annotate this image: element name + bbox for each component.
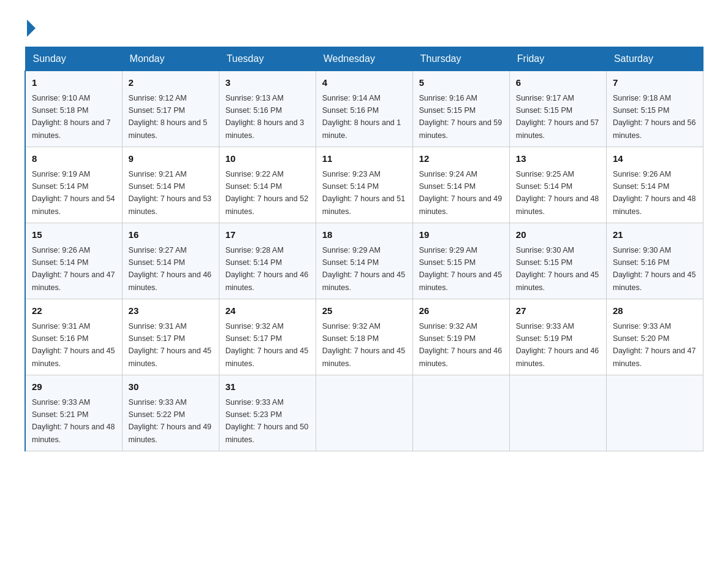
day-number: 4 <box>322 76 406 90</box>
logo <box>25 18 36 34</box>
day-info: Sunrise: 9:13 AMSunset: 5:16 PMDaylight:… <box>226 94 305 140</box>
header-monday: Monday <box>122 47 219 71</box>
day-info: Sunrise: 9:26 AMSunset: 5:14 PMDaylight:… <box>613 170 696 216</box>
day-number: 18 <box>322 228 406 242</box>
day-info: Sunrise: 9:17 AMSunset: 5:15 PMDaylight:… <box>516 94 599 140</box>
calendar-cell: 29 Sunrise: 9:33 AMSunset: 5:21 PMDaylig… <box>25 375 122 451</box>
calendar-cell: 14 Sunrise: 9:26 AMSunset: 5:14 PMDaylig… <box>606 147 703 223</box>
calendar-cell: 5 Sunrise: 9:16 AMSunset: 5:15 PMDayligh… <box>412 71 509 147</box>
day-number: 15 <box>32 228 116 242</box>
calendar-cell: 12 Sunrise: 9:24 AMSunset: 5:14 PMDaylig… <box>412 147 509 223</box>
calendar-cell: 13 Sunrise: 9:25 AMSunset: 5:14 PMDaylig… <box>509 147 606 223</box>
day-info: Sunrise: 9:14 AMSunset: 5:16 PMDaylight:… <box>322 94 401 140</box>
day-number: 14 <box>613 152 697 166</box>
day-info: Sunrise: 9:31 AMSunset: 5:17 PMDaylight:… <box>129 322 212 368</box>
calendar-cell: 27 Sunrise: 9:33 AMSunset: 5:19 PMDaylig… <box>509 299 606 375</box>
calendar-cell: 1 Sunrise: 9:10 AMSunset: 5:18 PMDayligh… <box>25 71 122 147</box>
day-info: Sunrise: 9:24 AMSunset: 5:14 PMDaylight:… <box>419 170 502 216</box>
calendar-cell: 9 Sunrise: 9:21 AMSunset: 5:14 PMDayligh… <box>122 147 219 223</box>
day-info: Sunrise: 9:30 AMSunset: 5:16 PMDaylight:… <box>613 246 696 292</box>
logo-arrow-icon <box>27 20 36 37</box>
calendar-cell: 3 Sunrise: 9:13 AMSunset: 5:16 PMDayligh… <box>219 71 316 147</box>
calendar-cell: 20 Sunrise: 9:30 AMSunset: 5:15 PMDaylig… <box>509 223 606 299</box>
calendar-cell: 2 Sunrise: 9:12 AMSunset: 5:17 PMDayligh… <box>122 71 219 147</box>
day-info: Sunrise: 9:33 AMSunset: 5:21 PMDaylight:… <box>32 398 115 444</box>
day-number: 21 <box>613 228 697 242</box>
calendar-header-row: SundayMondayTuesdayWednesdayThursdayFrid… <box>25 47 703 71</box>
day-info: Sunrise: 9:33 AMSunset: 5:20 PMDaylight:… <box>613 322 696 368</box>
day-info: Sunrise: 9:33 AMSunset: 5:22 PMDaylight:… <box>129 398 212 444</box>
header-saturday: Saturday <box>606 47 703 71</box>
day-info: Sunrise: 9:31 AMSunset: 5:16 PMDaylight:… <box>32 322 115 368</box>
day-info: Sunrise: 9:28 AMSunset: 5:14 PMDaylight:… <box>226 246 309 292</box>
day-number: 22 <box>32 304 116 318</box>
day-number: 13 <box>516 152 600 166</box>
calendar-cell: 30 Sunrise: 9:33 AMSunset: 5:22 PMDaylig… <box>122 375 219 451</box>
day-number: 20 <box>516 228 600 242</box>
day-info: Sunrise: 9:29 AMSunset: 5:15 PMDaylight:… <box>419 246 502 292</box>
day-number: 29 <box>32 380 116 394</box>
day-number: 6 <box>516 76 600 90</box>
calendar-cell: 4 Sunrise: 9:14 AMSunset: 5:16 PMDayligh… <box>316 71 412 147</box>
calendar-week-row: 29 Sunrise: 9:33 AMSunset: 5:21 PMDaylig… <box>25 375 703 451</box>
day-number: 17 <box>226 228 309 242</box>
day-number: 5 <box>419 76 503 90</box>
day-number: 3 <box>226 76 309 90</box>
calendar-cell: 26 Sunrise: 9:32 AMSunset: 5:19 PMDaylig… <box>412 299 509 375</box>
day-info: Sunrise: 9:32 AMSunset: 5:18 PMDaylight:… <box>322 322 406 368</box>
calendar-cell: 19 Sunrise: 9:29 AMSunset: 5:15 PMDaylig… <box>412 223 509 299</box>
day-info: Sunrise: 9:10 AMSunset: 5:18 PMDaylight:… <box>32 94 111 140</box>
calendar-cell: 25 Sunrise: 9:32 AMSunset: 5:18 PMDaylig… <box>316 299 412 375</box>
calendar-cell: 24 Sunrise: 9:32 AMSunset: 5:17 PMDaylig… <box>219 299 316 375</box>
calendar-cell: 6 Sunrise: 9:17 AMSunset: 5:15 PMDayligh… <box>509 71 606 147</box>
calendar-cell: 15 Sunrise: 9:26 AMSunset: 5:14 PMDaylig… <box>25 223 122 299</box>
calendar-cell <box>316 375 412 451</box>
calendar-cell: 31 Sunrise: 9:33 AMSunset: 5:23 PMDaylig… <box>219 375 316 451</box>
day-number: 30 <box>129 380 213 394</box>
calendar-cell: 21 Sunrise: 9:30 AMSunset: 5:16 PMDaylig… <box>606 223 703 299</box>
day-number: 25 <box>322 304 406 318</box>
day-info: Sunrise: 9:21 AMSunset: 5:14 PMDaylight:… <box>129 170 212 216</box>
day-number: 28 <box>613 304 697 318</box>
day-number: 27 <box>516 304 600 318</box>
day-number: 12 <box>419 152 503 166</box>
header-thursday: Thursday <box>412 47 509 71</box>
calendar-cell: 23 Sunrise: 9:31 AMSunset: 5:17 PMDaylig… <box>122 299 219 375</box>
page-header <box>25 18 703 34</box>
calendar-cell: 11 Sunrise: 9:23 AMSunset: 5:14 PMDaylig… <box>316 147 412 223</box>
day-info: Sunrise: 9:16 AMSunset: 5:15 PMDaylight:… <box>419 94 502 140</box>
day-number: 23 <box>129 304 213 318</box>
calendar-cell: 10 Sunrise: 9:22 AMSunset: 5:14 PMDaylig… <box>219 147 316 223</box>
day-info: Sunrise: 9:32 AMSunset: 5:19 PMDaylight:… <box>419 322 502 368</box>
day-number: 10 <box>226 152 309 166</box>
day-info: Sunrise: 9:32 AMSunset: 5:17 PMDaylight:… <box>226 322 309 368</box>
day-info: Sunrise: 9:26 AMSunset: 5:14 PMDaylight:… <box>32 246 115 292</box>
header-wednesday: Wednesday <box>316 47 412 71</box>
day-number: 16 <box>129 228 213 242</box>
day-info: Sunrise: 9:18 AMSunset: 5:15 PMDaylight:… <box>613 94 696 140</box>
day-info: Sunrise: 9:33 AMSunset: 5:23 PMDaylight:… <box>226 398 309 444</box>
header-tuesday: Tuesday <box>219 47 316 71</box>
day-number: 2 <box>129 76 213 90</box>
calendar-cell: 22 Sunrise: 9:31 AMSunset: 5:16 PMDaylig… <box>25 299 122 375</box>
calendar-cell <box>509 375 606 451</box>
day-number: 11 <box>322 152 406 166</box>
calendar-cell: 16 Sunrise: 9:27 AMSunset: 5:14 PMDaylig… <box>122 223 219 299</box>
calendar-week-row: 1 Sunrise: 9:10 AMSunset: 5:18 PMDayligh… <box>25 71 703 147</box>
day-info: Sunrise: 9:23 AMSunset: 5:14 PMDaylight:… <box>322 170 406 216</box>
day-number: 9 <box>129 152 213 166</box>
day-info: Sunrise: 9:25 AMSunset: 5:14 PMDaylight:… <box>516 170 599 216</box>
calendar-cell: 7 Sunrise: 9:18 AMSunset: 5:15 PMDayligh… <box>606 71 703 147</box>
header-friday: Friday <box>509 47 606 71</box>
calendar-week-row: 8 Sunrise: 9:19 AMSunset: 5:14 PMDayligh… <box>25 147 703 223</box>
calendar-cell: 18 Sunrise: 9:29 AMSunset: 5:14 PMDaylig… <box>316 223 412 299</box>
day-info: Sunrise: 9:27 AMSunset: 5:14 PMDaylight:… <box>129 246 212 292</box>
day-info: Sunrise: 9:19 AMSunset: 5:14 PMDaylight:… <box>32 170 115 216</box>
day-info: Sunrise: 9:33 AMSunset: 5:19 PMDaylight:… <box>516 322 599 368</box>
calendar-week-row: 15 Sunrise: 9:26 AMSunset: 5:14 PMDaylig… <box>25 223 703 299</box>
day-info: Sunrise: 9:29 AMSunset: 5:14 PMDaylight:… <box>322 246 406 292</box>
calendar-cell: 17 Sunrise: 9:28 AMSunset: 5:14 PMDaylig… <box>219 223 316 299</box>
day-info: Sunrise: 9:22 AMSunset: 5:14 PMDaylight:… <box>226 170 309 216</box>
calendar-week-row: 22 Sunrise: 9:31 AMSunset: 5:16 PMDaylig… <box>25 299 703 375</box>
day-number: 7 <box>613 76 697 90</box>
